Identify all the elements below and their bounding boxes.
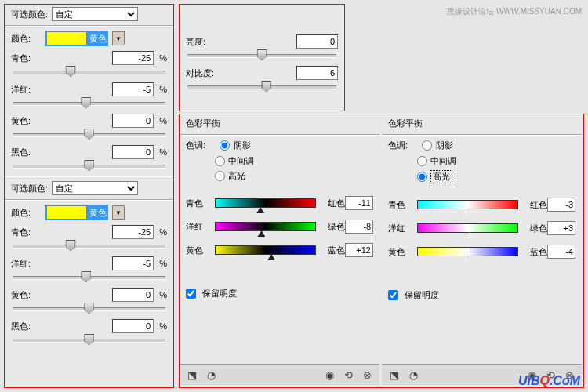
magenta-slider[interactable] bbox=[13, 99, 165, 111]
contrast-slider[interactable] bbox=[187, 82, 336, 95]
yb-input[interactable] bbox=[345, 243, 373, 257]
tone-shadows-radio[interactable] bbox=[220, 140, 230, 151]
clip-icon[interactable]: ◔ bbox=[407, 368, 419, 381]
tone-hi-radio[interactable] bbox=[215, 171, 225, 181]
tone-label: 色调: bbox=[186, 140, 216, 151]
brightness-contrast-panel: 亮度: 对比度: bbox=[179, 4, 345, 111]
tone-mid-radio-r[interactable] bbox=[417, 156, 427, 166]
chevron-down-icon[interactable]: ▼ bbox=[112, 205, 125, 220]
contrast-label: 对比度: bbox=[186, 67, 221, 79]
preset-label: 可选颜色: bbox=[11, 9, 48, 20]
cb-title-l: 色彩平衡 bbox=[180, 114, 379, 132]
color-balance-left: 色彩平衡 色调: 阴影 中间调 高光 青色 红色 洋红 绿色 黄色 蓝色 保留明… bbox=[180, 114, 379, 385]
preset-select-2[interactable]: 自定 bbox=[52, 181, 138, 195]
color-balance-right: 色彩平衡 色调: 阴影 中间调 高光 青色 红色 洋红 绿色 黄色 蓝色 保留明… bbox=[382, 114, 582, 385]
brightness-input[interactable] bbox=[296, 34, 338, 49]
selective-block-1: 可选颜色: 自定 颜色: 黄色 ▼ 青色:% 洋红:% 黄色:% 黑色:% bbox=[5, 5, 173, 174]
cyan-slider[interactable] bbox=[13, 67, 165, 80]
bottom-toolbar-l: ⬔ ◔ ◉ ⟲ ⊗ bbox=[180, 364, 379, 385]
color-dropdown-2[interactable]: 黄色 bbox=[45, 205, 108, 220]
pin-icon[interactable]: ⬔ bbox=[186, 368, 198, 381]
selective-color-panel: 可选颜色: 自定 颜色: 黄色 ▼ 青色:% 洋红:% 黄色:% 黑色:% 可选… bbox=[4, 4, 174, 388]
black-slider[interactable] bbox=[13, 162, 165, 174]
contrast-input[interactable] bbox=[296, 66, 338, 80]
brightness-label: 亮度: bbox=[186, 36, 221, 48]
magenta-green-slider[interactable]: 洋红 绿色 bbox=[180, 215, 379, 238]
color-label: 颜色: bbox=[11, 33, 41, 45]
black-input[interactable] bbox=[112, 145, 154, 159]
watermark-bottom: UiBQ.CoM bbox=[518, 374, 580, 388]
preserve-lum-check-l[interactable] bbox=[186, 289, 196, 299]
yellow-blue-slider[interactable]: 黄色 蓝色 bbox=[180, 238, 379, 262]
mg-input[interactable] bbox=[345, 220, 373, 234]
cb-title-r: 色彩平衡 bbox=[382, 114, 582, 132]
reset-icon[interactable]: ⟲ bbox=[342, 368, 354, 381]
trash-icon[interactable]: ⊗ bbox=[361, 368, 373, 381]
watermark-top: 思缘设计论坛 WWW.MISSYUAN.COM bbox=[447, 6, 582, 17]
tone-hi-radio-r[interactable] bbox=[417, 172, 427, 182]
selective-block-2: 可选颜色: 自定 颜色: 黄色 ▼ 青色:% 洋红:% 黄色:% 黑色:% bbox=[5, 179, 173, 348]
yellow-slider[interactable] bbox=[13, 130, 165, 143]
eye-icon[interactable]: ◉ bbox=[323, 368, 336, 381]
yellow-swatch bbox=[46, 31, 87, 45]
clip-icon[interactable]: ◔ bbox=[205, 368, 217, 381]
color-balance-panel: 色彩平衡 色调: 阴影 中间调 高光 青色 红色 洋红 绿色 黄色 蓝色 保留明… bbox=[179, 114, 584, 388]
yellow-input[interactable] bbox=[112, 114, 154, 128]
color-dropdown[interactable]: 黄色 bbox=[45, 31, 108, 46]
preserve-lum-check-r[interactable] bbox=[388, 290, 398, 300]
cr-input[interactable] bbox=[345, 196, 373, 210]
brightness-slider[interactable] bbox=[187, 51, 336, 64]
pin-icon[interactable]: ⬔ bbox=[388, 368, 401, 381]
chevron-down-icon[interactable]: ▼ bbox=[112, 31, 125, 45]
magenta-input[interactable] bbox=[112, 82, 154, 96]
preset-select[interactable]: 自定 bbox=[52, 7, 138, 21]
tone-mid-radio[interactable] bbox=[215, 156, 225, 166]
tone-shadows-radio-r[interactable] bbox=[422, 140, 432, 151]
cyan-red-slider[interactable]: 青色 红色 bbox=[180, 191, 379, 215]
cyan-input[interactable] bbox=[112, 51, 154, 65]
